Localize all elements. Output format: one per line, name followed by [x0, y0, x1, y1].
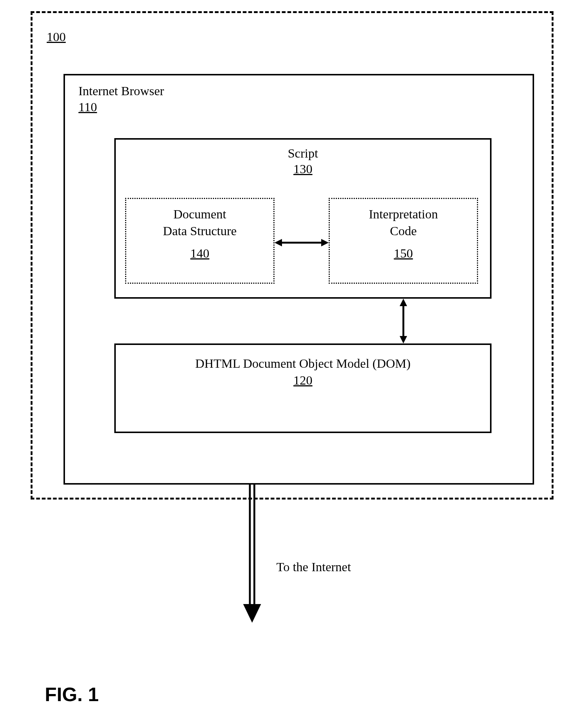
internet-browser-title: Internet Browser	[78, 84, 164, 98]
arrow-docdata-interp	[275, 235, 329, 250]
interpretation-code-line1: Interpretation	[329, 207, 478, 221]
svg-marker-2	[321, 239, 329, 246]
internet-browser-number: 110	[78, 100, 97, 114]
document-data-structure-line2: Data Structure	[125, 224, 275, 238]
outer-system-number: 100	[47, 30, 66, 44]
arrow-to-internet	[241, 485, 263, 623]
interpretation-code-line2: Code	[329, 224, 478, 238]
script-number-text: 130	[294, 162, 313, 176]
script-title: Script	[114, 146, 492, 161]
dhtml-dom-title: DHTML Document Object Model (DOM)	[114, 357, 492, 371]
document-data-structure-line1: Document	[125, 207, 275, 221]
figure-caption: FIG. 1	[45, 683, 99, 706]
to-the-internet-label: To the Internet	[276, 560, 351, 574]
document-data-structure-number: 140	[125, 246, 275, 261]
interpretation-code-number: 150	[329, 246, 478, 261]
diagram-canvas: 100 Internet Browser 110 Script 130 Docu…	[0, 0, 586, 728]
svg-marker-8	[243, 604, 261, 623]
document-data-structure-number-text: 140	[190, 246, 210, 260]
svg-marker-1	[275, 239, 282, 246]
svg-marker-5	[400, 336, 407, 343]
dhtml-dom-number: 120	[114, 373, 492, 388]
arrow-interp-dom	[396, 299, 411, 343]
svg-marker-4	[400, 299, 407, 306]
dhtml-dom-number-text: 120	[294, 373, 313, 387]
script-number: 130	[114, 162, 492, 176]
interpretation-code-number-text: 150	[394, 246, 413, 260]
